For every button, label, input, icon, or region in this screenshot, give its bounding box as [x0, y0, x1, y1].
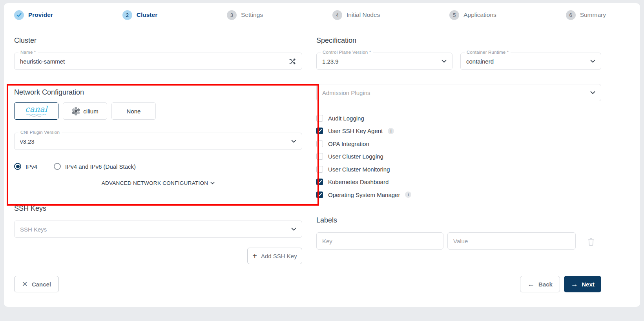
canal-logo: canal	[25, 105, 48, 117]
advanced-toggle-label: ADVANCED NETWORK CONFIGURATION	[102, 180, 208, 186]
chevron-down-icon	[590, 60, 595, 63]
info-icon[interactable]: i	[388, 128, 394, 134]
cni-option-none[interactable]: None	[111, 102, 156, 120]
canal-logo-waves	[25, 113, 48, 117]
cluster-name-field-label: Name *	[18, 50, 38, 55]
divider	[219, 183, 302, 183]
next-button[interactable]: → Next	[564, 276, 601, 292]
admission-plugins-placeholder: Admission Plugins	[322, 89, 370, 96]
checkbox-operating-system-manager[interactable]: Operating System Manager i	[316, 191, 601, 199]
ip-family-radio-group: IPv4 IPv4 and IPv6 (Dual Stack)	[14, 163, 136, 170]
admission-plugins-select[interactable]: Admission Plugins	[316, 84, 601, 101]
checkbox-kubernetes-dashboard[interactable]: Kubernetes Dashboard	[316, 178, 601, 186]
checkbox-checked	[316, 128, 323, 134]
info-icon[interactable]: i	[405, 192, 411, 198]
checkbox-audit-logging[interactable]: Audit Logging	[316, 114, 601, 122]
container-runtime-label: Container Runtime *	[465, 50, 511, 55]
radio-circle	[14, 163, 21, 170]
container-runtime-value: containerd	[466, 58, 494, 65]
checkbox-checked	[316, 179, 323, 185]
advanced-network-configuration-toggle[interactable]: ADVANCED NETWORK CONFIGURATION	[14, 179, 302, 186]
step-label: Provider	[28, 11, 53, 18]
step-label: Initial Nodes	[347, 11, 380, 18]
divider	[14, 183, 97, 183]
stepper-connector	[385, 15, 444, 15]
step-label: Cluster	[137, 11, 157, 18]
step-number-circle: 5	[449, 10, 459, 20]
back-button[interactable]: ← Back	[520, 276, 560, 292]
label-key-input[interactable]	[316, 232, 443, 250]
checkbox-user-ssh-key-agent[interactable]: User SSH Key Agent i	[316, 127, 601, 135]
control-plane-version-label: Control Plane Version *	[321, 50, 373, 55]
radio-dual-stack[interactable]: IPv4 and IPv6 (Dual Stack)	[54, 163, 136, 170]
step-number-circle: 6	[566, 10, 576, 20]
checkbox	[316, 166, 323, 173]
stepper-step-initial-nodes[interactable]: 4 Initial Nodes	[332, 10, 380, 20]
step-number-circle: 3	[227, 10, 237, 20]
chevron-down-icon	[590, 91, 595, 94]
stepper-step-settings[interactable]: 3 Settings	[227, 10, 263, 20]
step-number-circle: 2	[122, 10, 132, 20]
checkbox	[316, 153, 323, 160]
stepper-connector	[268, 15, 327, 15]
radio-ipv4[interactable]: IPv4	[14, 163, 37, 170]
ssh-keys-heading: SSH Keys	[14, 204, 46, 213]
cluster-name-value: heuristic-sammet	[20, 58, 65, 65]
cilium-logo-icon	[71, 106, 80, 116]
close-icon: ✕	[22, 281, 28, 288]
arrow-right-icon: →	[571, 281, 578, 288]
stepper-connector	[163, 15, 221, 15]
ssh-keys-placeholder: SSH Keys	[20, 226, 47, 233]
checkbox-user-cluster-logging[interactable]: User Cluster Logging	[316, 153, 601, 160]
regenerate-name-icon[interactable]	[289, 58, 296, 65]
plus-icon: +	[252, 252, 257, 260]
checkbox-user-cluster-monitoring[interactable]: User Cluster Monitoring	[316, 165, 601, 173]
label-value-input[interactable]	[447, 232, 576, 250]
cni-plugin-options: canal cilium None	[14, 102, 156, 120]
check-icon	[16, 13, 22, 17]
add-ssh-key-button[interactable]: + Add SSH Key	[247, 248, 302, 264]
wizard-card: Provider 2 Cluster 3 Settings 4 Initial …	[4, 3, 640, 307]
control-plane-version-select[interactable]: Control Plane Version * 1.23.9	[316, 53, 452, 70]
cni-version-select-label: CNI Plugin Version	[18, 130, 62, 135]
checkbox-opa-integration[interactable]: OPA Integration	[316, 140, 601, 148]
wizard-stepper: Provider 2 Cluster 3 Settings 4 Initial …	[14, 9, 606, 20]
arrow-left-icon: ←	[527, 281, 535, 288]
cilium-logo-text: cilium	[83, 108, 98, 115]
labels-heading: Labels	[316, 216, 337, 224]
radio-circle	[54, 163, 61, 170]
stepper-step-applications[interactable]: 5 Applications	[449, 10, 496, 20]
control-plane-version-value: 1.23.9	[322, 58, 339, 65]
cni-option-canal[interactable]: canal	[14, 102, 58, 120]
chevron-down-icon	[210, 182, 215, 184]
delete-label-icon[interactable]	[587, 237, 595, 248]
chevron-down-icon	[441, 60, 447, 63]
stepper-connector	[502, 15, 560, 15]
step-number-circle: 4	[332, 10, 342, 20]
cni-version-select[interactable]: CNI Plugin Version v3.23	[14, 133, 302, 150]
cni-option-cilium[interactable]: cilium	[63, 102, 107, 120]
step-label: Applications	[463, 11, 496, 18]
chevron-down-icon	[291, 228, 296, 231]
stepper-step-cluster[interactable]: 2 Cluster	[122, 10, 157, 20]
stepper-step-provider[interactable]: Provider	[14, 10, 53, 20]
ssh-keys-select[interactable]: SSH Keys	[14, 221, 302, 238]
stepper-step-summary[interactable]: 6 Summary	[566, 10, 606, 20]
container-runtime-select[interactable]: Container Runtime * containerd	[460, 53, 601, 70]
step-label: Settings	[241, 11, 263, 18]
specification-heading: Specification	[316, 36, 356, 45]
cluster-heading: Cluster	[14, 36, 36, 45]
stepper-connector	[58, 15, 117, 15]
cluster-name-field[interactable]: Name * heuristic-sammet	[14, 53, 302, 70]
cancel-button[interactable]: ✕ Cancel	[14, 276, 59, 292]
step-check-circle	[14, 10, 24, 20]
checkbox	[316, 140, 323, 147]
step-label: Summary	[580, 11, 606, 18]
checkbox	[316, 115, 323, 122]
canal-logo-text: canal	[25, 105, 47, 113]
cluster-options-list: Audit Logging User SSH Key Agent i OPA I…	[316, 114, 601, 204]
chevron-down-icon	[291, 140, 296, 143]
checkbox-checked	[316, 192, 323, 198]
network-configuration-heading: Network Configuration	[14, 88, 84, 97]
cni-version-value: v3.23	[20, 138, 35, 145]
